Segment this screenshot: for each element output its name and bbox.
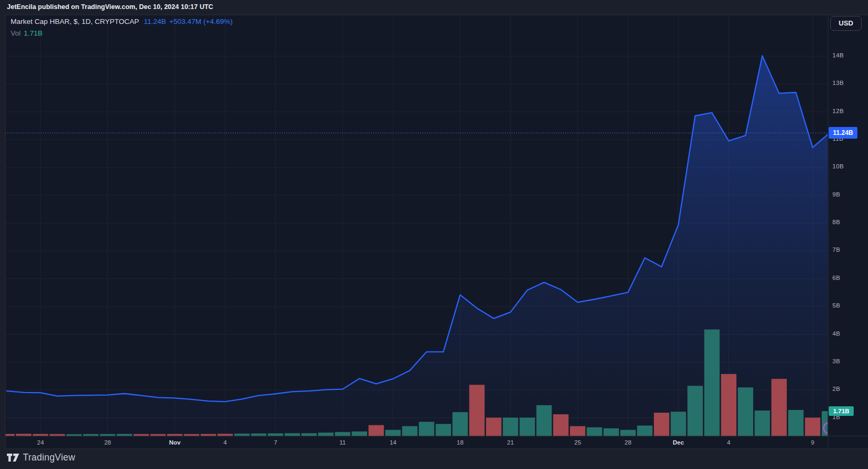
legend-vol-value: 1.71B bbox=[24, 29, 42, 37]
legend-symbol-title[interactable]: Market Cap HBAR, $, 1D, CRYPTOCAP bbox=[11, 18, 139, 25]
attribution-bar: JetEncila published on TradingView.com, … bbox=[0, 0, 868, 15]
tradingview-logo-icon[interactable] bbox=[7, 454, 19, 462]
currency-usd-button[interactable]: USD bbox=[830, 16, 862, 31]
tradingview-published-chart: JetEncila published on TradingView.com, … bbox=[0, 0, 868, 469]
chart-canvas[interactable] bbox=[0, 0, 868, 469]
attribution-text: JetEncila published on TradingView.com, … bbox=[7, 3, 213, 11]
symbol-legend: Market Cap HBAR, $, 1D, CRYPTOCAP11.24B+… bbox=[11, 18, 233, 37]
last-price-badge: 11.24B bbox=[829, 127, 857, 139]
legend-volume-row: Vol1.71B bbox=[11, 30, 233, 37]
last-volume-badge: 1.71B bbox=[829, 406, 854, 416]
legend-change: +503.47M (+4.69%) bbox=[169, 18, 233, 25]
legend-vol-label: Vol bbox=[11, 29, 21, 37]
footer-brand[interactable]: TradingView bbox=[23, 452, 75, 463]
footer: TradingView bbox=[7, 452, 75, 463]
legend-symbol-row: Market Cap HBAR, $, 1D, CRYPTOCAP11.24B+… bbox=[11, 18, 233, 25]
legend-last-value: 11.24B bbox=[144, 18, 166, 25]
